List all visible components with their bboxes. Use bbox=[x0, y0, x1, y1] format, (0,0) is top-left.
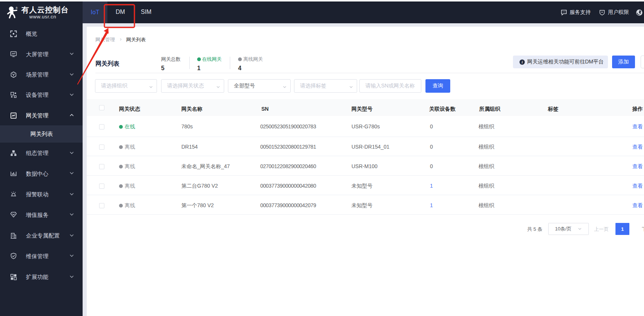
svg-text:i: i bbox=[522, 60, 523, 64]
svg-text:®: ® bbox=[16, 6, 18, 10]
